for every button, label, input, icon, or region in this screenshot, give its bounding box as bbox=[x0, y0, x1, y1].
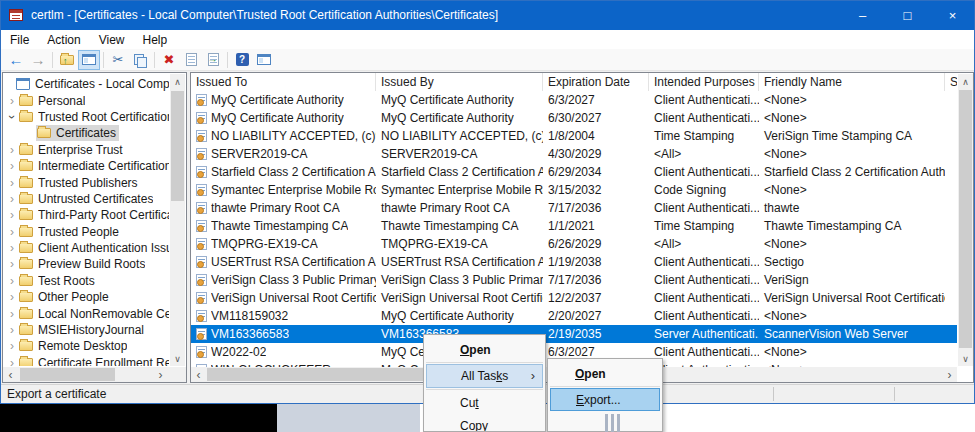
tree-expand-icon[interactable] bbox=[5, 111, 19, 123]
scroll-right-icon[interactable] bbox=[942, 367, 957, 382]
table-row[interactable]: VeriSign Universal Root Certific... Veri… bbox=[191, 289, 957, 307]
tree-horizontal-scrollbar[interactable] bbox=[3, 367, 186, 382]
tree-item[interactable]: Enterprise Trust bbox=[3, 142, 169, 158]
list-vertical-scrollbar[interactable] bbox=[958, 74, 973, 366]
submenu-item-export[interactable]: Export... bbox=[550, 388, 660, 411]
tree-item[interactable]: Other People bbox=[3, 289, 169, 305]
tree-item[interactable]: Personal bbox=[3, 92, 169, 108]
column-friendly-name[interactable]: Friendly Name bbox=[759, 73, 945, 91]
table-row[interactable]: VM163366583 VM163366583 2/19/2035 Server… bbox=[191, 325, 957, 343]
tree-expand-icon[interactable] bbox=[6, 208, 18, 222]
tree-expand-icon[interactable] bbox=[6, 290, 18, 304]
tree-item-label: MSIEHistoryJournal bbox=[38, 323, 144, 337]
menu-action[interactable]: Action bbox=[38, 33, 89, 47]
tree-item[interactable]: Remote Desktop bbox=[3, 338, 169, 354]
folder-icon bbox=[19, 276, 33, 286]
copy-button[interactable] bbox=[129, 50, 151, 70]
table-row[interactable]: Thawte Timestamping CA Thawte Timestampi… bbox=[191, 217, 957, 235]
tree-item[interactable]: Local NonRemovable Cert bbox=[3, 305, 169, 321]
cut-icon bbox=[113, 53, 124, 66]
table-row[interactable]: USERTrust RSA Certification Aut... USERT… bbox=[191, 253, 957, 271]
tree-item[interactable]: Intermediate Certification bbox=[3, 158, 169, 174]
show-console-tree-button[interactable] bbox=[78, 50, 100, 70]
tree-expand-icon[interactable] bbox=[6, 257, 18, 271]
scrollbar-thumb[interactable] bbox=[171, 91, 184, 201]
table-row[interactable]: NO LIABILITY ACCEPTED, (c)97 ... NO LIAB… bbox=[191, 127, 957, 145]
maximize-button[interactable]: □ bbox=[885, 0, 930, 30]
tree-item[interactable]: Certificate Enrollment Req bbox=[3, 355, 169, 366]
cell-friendly-name: thawte bbox=[759, 201, 945, 215]
table-row[interactable]: VM118159032 MyQ Certificate Authority 2/… bbox=[191, 307, 957, 325]
column-intended-purposes[interactable]: Intended Purposes bbox=[649, 73, 759, 91]
properties-button[interactable] bbox=[180, 50, 202, 70]
table-row[interactable]: Starfield Class 2 Certification A... Sta… bbox=[191, 163, 957, 181]
show-window-button[interactable] bbox=[253, 50, 275, 70]
table-row[interactable]: VeriSign Class 3 Public Primary ... Veri… bbox=[191, 271, 957, 289]
scroll-down-icon[interactable] bbox=[170, 351, 185, 366]
scroll-left-icon[interactable] bbox=[3, 367, 18, 382]
tree-item[interactable]: Preview Build Roots bbox=[3, 256, 169, 272]
up-folder-icon: ↑ bbox=[60, 55, 74, 65]
tree-item[interactable]: Trusted People bbox=[3, 224, 169, 240]
scroll-up-icon[interactable] bbox=[958, 74, 973, 89]
tree-item[interactable]: Untrusted Certificates bbox=[3, 191, 169, 207]
tree-item[interactable]: Trusted Root Certification bbox=[3, 109, 169, 125]
tree-item[interactable]: Third-Party Root Certifica bbox=[3, 207, 169, 223]
menu-file[interactable]: File bbox=[1, 33, 38, 47]
tree-expand-icon[interactable] bbox=[6, 241, 18, 255]
tree-item[interactable]: MSIEHistoryJournal bbox=[3, 322, 169, 338]
scroll-left-icon[interactable] bbox=[191, 367, 206, 382]
tree-expand-icon[interactable] bbox=[6, 94, 18, 108]
context-menu-item-all-tasks[interactable]: All Tasks › bbox=[426, 364, 543, 388]
tree-expand-icon[interactable] bbox=[6, 323, 18, 337]
back-button[interactable] bbox=[5, 50, 27, 70]
tree-expand-icon[interactable] bbox=[6, 192, 18, 206]
column-expiration-date[interactable]: Expiration Date bbox=[543, 73, 649, 91]
column-issued-by[interactable]: Issued By bbox=[376, 73, 543, 91]
tree-item[interactable]: Client Authentication Issu bbox=[3, 240, 169, 256]
scroll-down-icon[interactable] bbox=[958, 351, 973, 366]
tree-item[interactable]: Certificates bbox=[3, 125, 169, 141]
context-menu-item-copy[interactable]: Copy bbox=[424, 414, 545, 432]
column-partial[interactable]: S bbox=[945, 73, 957, 91]
cut-button[interactable] bbox=[107, 50, 129, 70]
forward-icon bbox=[31, 52, 46, 67]
tree-item[interactable]: Certificates - Local Computer bbox=[3, 76, 169, 92]
certificate-icon bbox=[196, 184, 207, 196]
scrollbar-thumb[interactable] bbox=[959, 90, 972, 348]
tree-vertical-scrollbar[interactable] bbox=[170, 74, 185, 366]
up-one-level-button[interactable]: ↑ bbox=[56, 50, 78, 70]
tree-expand-icon[interactable] bbox=[6, 225, 18, 239]
table-row[interactable]: MyQ Certificate Authority MyQ Certificat… bbox=[191, 109, 957, 127]
table-row[interactable]: Symantec Enterprise Mobile Ro... Symante… bbox=[191, 181, 957, 199]
help-button[interactable] bbox=[231, 50, 253, 70]
table-row[interactable]: TMQPRG-EX19-CA TMQPRG-EX19-CA 6/26/2029 … bbox=[191, 235, 957, 253]
forward-button[interactable] bbox=[27, 50, 49, 70]
context-menu-item-open[interactable]: Open bbox=[424, 338, 545, 361]
minimize-button[interactable]: – bbox=[840, 0, 885, 30]
scroll-right-icon[interactable] bbox=[153, 367, 168, 382]
table-row[interactable]: SERVER2019-CA SERVER2019-CA 4/30/2029 <A… bbox=[191, 145, 957, 163]
submenu-item-open[interactable]: Open bbox=[548, 362, 662, 385]
menu-view[interactable]: View bbox=[90, 33, 134, 47]
tree-expand-icon[interactable] bbox=[6, 159, 18, 173]
tree-expand-icon[interactable] bbox=[6, 176, 18, 190]
export-list-button[interactable]: → bbox=[202, 50, 224, 70]
menu-help[interactable]: Help bbox=[134, 33, 177, 47]
table-row[interactable]: thawte Primary Root CA thawte Primary Ro… bbox=[191, 199, 957, 217]
tree-expand-icon[interactable] bbox=[6, 339, 18, 353]
tree-expand-icon[interactable] bbox=[6, 307, 18, 321]
folder-icon bbox=[19, 341, 33, 351]
tree-expand-icon[interactable] bbox=[6, 143, 18, 157]
table-row[interactable]: MyQ Certificate Authority MyQ Certificat… bbox=[191, 91, 957, 109]
tree-item-label: Certificates bbox=[56, 126, 116, 140]
scrollbar-thumb[interactable] bbox=[20, 368, 115, 381]
context-menu-item-cut[interactable]: Cut bbox=[424, 391, 545, 414]
tree-expand-icon[interactable] bbox=[6, 356, 18, 366]
tree-expand-icon[interactable] bbox=[6, 274, 18, 288]
scroll-up-icon[interactable] bbox=[170, 74, 185, 89]
close-button[interactable]: × bbox=[930, 0, 975, 30]
tree-item[interactable]: Trusted Publishers bbox=[3, 174, 169, 190]
tree-item[interactable]: Test Roots bbox=[3, 273, 169, 289]
delete-button[interactable] bbox=[158, 50, 180, 70]
